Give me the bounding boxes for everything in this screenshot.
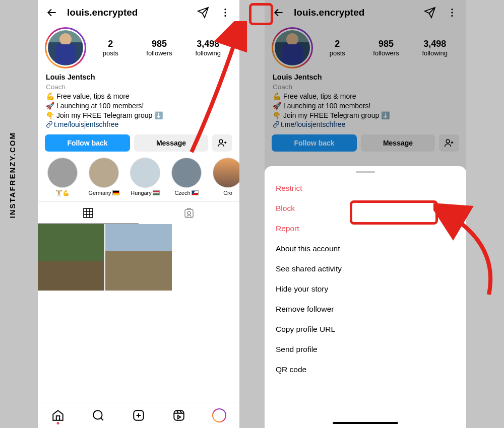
nav-profile[interactable]	[212, 408, 226, 422]
menu-restrict[interactable]: Restrict	[265, 178, 466, 198]
highlight-label: Hungary	[131, 190, 160, 196]
profile-header: louis.encrypted	[38, 0, 239, 25]
tab-grid[interactable]	[38, 202, 139, 224]
svg-rect-5	[185, 209, 193, 218]
share-button[interactable]	[421, 4, 439, 22]
svg-rect-4	[84, 208, 93, 218]
stats-row: 2posts 985followers 3,498following	[38, 25, 239, 72]
stats-row: 2posts 985followers 3,498following	[265, 25, 466, 72]
tagged-icon	[183, 207, 195, 219]
posts-label: posts	[86, 49, 135, 57]
bottom-nav	[38, 402, 239, 428]
profile-category: Coach	[46, 83, 231, 92]
svg-point-3	[219, 140, 223, 144]
arrow-left-icon	[272, 6, 285, 19]
dots-vertical-icon	[447, 7, 458, 18]
followers-stat[interactable]: 985followers	[135, 39, 184, 57]
highlight-item[interactable]: Czech	[170, 158, 203, 196]
profile-avatar[interactable]	[272, 27, 313, 68]
svg-point-0	[224, 9, 226, 10]
tab-tagged[interactable]	[139, 202, 239, 224]
profile-username: louis.encrypted	[65, 7, 190, 18]
bio-line-3: 👇 Join my FREE Telegram group ⬇️	[46, 111, 231, 120]
menu-send-profile[interactable]: Send profile	[265, 339, 466, 360]
more-options-button[interactable]	[216, 4, 234, 22]
menu-about[interactable]: About this account	[265, 239, 466, 259]
menu-qr-code[interactable]: QR code	[265, 360, 466, 380]
highlight-label: Czech	[174, 190, 198, 196]
menu-copy-url[interactable]: Copy profile URL	[265, 319, 466, 339]
arrow-left-icon	[45, 6, 58, 19]
action-buttons: Follow back Message	[265, 134, 466, 158]
back-button[interactable]	[270, 4, 288, 22]
profile-avatar[interactable]	[45, 27, 86, 68]
followers-stat[interactable]: 985followers	[362, 39, 411, 57]
suggested-users-button[interactable]	[212, 134, 232, 152]
svg-point-11	[451, 12, 453, 13]
profile-link[interactable]: t.me/louisjentschfree	[273, 120, 458, 129]
message-button[interactable]: Message	[361, 134, 435, 152]
watermark: INSTAFRENZY.COM	[8, 132, 17, 218]
following-stat[interactable]: 3,498following	[410, 39, 459, 57]
send-icon	[197, 7, 209, 19]
svg-point-2	[224, 15, 226, 17]
share-button[interactable]	[194, 4, 212, 22]
nav-home[interactable]	[51, 408, 65, 422]
follow-back-button[interactable]: Follow back	[45, 134, 130, 152]
svg-point-13	[446, 140, 450, 144]
nav-reels[interactable]	[172, 408, 186, 422]
post-thumbnail[interactable]	[105, 224, 172, 291]
menu-block[interactable]: Block	[265, 198, 466, 219]
post-thumbnail[interactable]	[38, 224, 104, 291]
profile-bio: Louis Jentsch Coach 💪 Free value, tips &…	[38, 72, 239, 134]
phone-menu: louis.encrypted 2posts 985followers 3,49…	[265, 0, 466, 428]
options-sheet: Restrict Block Report About this account…	[265, 166, 466, 428]
highlight-item[interactable]: Germany	[87, 158, 120, 196]
reels-icon	[172, 409, 185, 422]
posts-grid	[38, 224, 239, 291]
posts-count: 2	[86, 39, 135, 49]
highlight-label: 🏋️💪	[55, 190, 70, 196]
menu-shared-activity[interactable]: See shared activity	[265, 259, 466, 279]
link-icon	[46, 121, 53, 128]
send-icon	[424, 7, 436, 19]
add-user-icon	[444, 138, 454, 148]
back-button[interactable]	[43, 4, 61, 22]
phone-profile: louis.encrypted 2posts 985followers 3,49…	[38, 0, 239, 428]
link-icon	[273, 121, 280, 128]
menu-report[interactable]: Report	[265, 219, 466, 239]
suggested-users-button[interactable]	[439, 134, 459, 152]
story-highlights: 🏋️💪 Germany Hungary Czech Cro	[38, 158, 239, 201]
sheet-handle[interactable]	[356, 171, 375, 173]
posts-stat[interactable]: 2posts	[86, 39, 135, 57]
svg-point-7	[93, 410, 102, 419]
svg-point-6	[187, 211, 191, 215]
highlight-item[interactable]: 🏋️💪	[46, 158, 79, 196]
menu-remove-follower[interactable]: Remove follower	[265, 299, 466, 319]
svg-rect-9	[174, 410, 184, 420]
nav-search[interactable]	[91, 408, 105, 422]
flag-hu-icon	[153, 190, 160, 195]
flag-de-icon	[112, 190, 119, 195]
followers-label: followers	[135, 49, 184, 57]
posts-stat[interactable]: 2posts	[313, 39, 362, 57]
avatar-icon	[213, 409, 225, 421]
grid-icon	[82, 207, 94, 219]
action-buttons: Follow back Message	[38, 134, 239, 158]
message-button[interactable]: Message	[134, 134, 208, 152]
menu-hide-story[interactable]: Hide your story	[265, 279, 466, 299]
profile-header: louis.encrypted	[265, 0, 466, 25]
link-text: t.me/louisjentschfree	[54, 120, 118, 128]
more-options-button[interactable]	[443, 4, 461, 22]
following-stat[interactable]: 3,498following	[183, 39, 232, 57]
nav-create[interactable]	[132, 408, 146, 422]
profile-link[interactable]: t.me/louisjentschfree	[46, 120, 231, 129]
profile-tabs	[38, 201, 239, 224]
highlight-item[interactable]: Cro	[211, 158, 239, 196]
home-icon	[51, 409, 65, 422]
add-user-icon	[217, 138, 227, 148]
following-count: 3,498	[183, 39, 232, 49]
follow-back-button[interactable]: Follow back	[272, 134, 357, 152]
highlight-item[interactable]: Hungary	[129, 158, 162, 196]
profile-bio: Louis Jentsch Coach 💪 Free value, tips &…	[265, 72, 466, 134]
